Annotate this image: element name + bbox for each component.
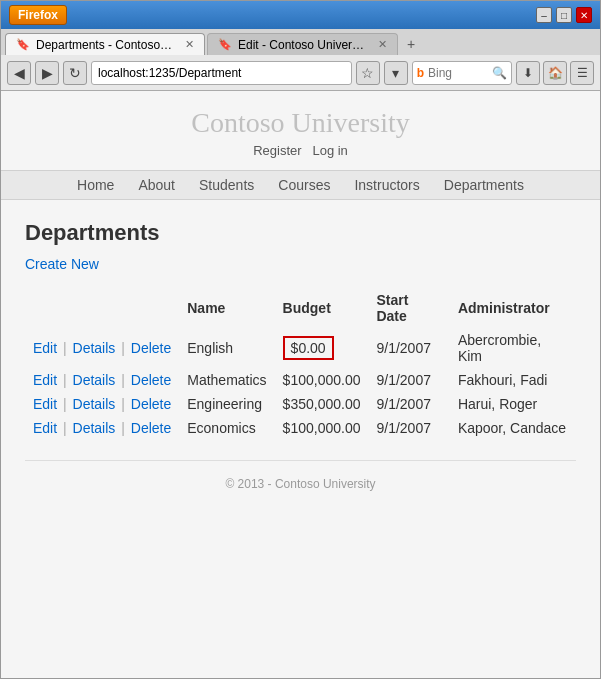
action-delete-0[interactable]: Delete [131,340,171,356]
table-row: Edit | Details | DeleteEnglish$0.009/1/2… [25,328,576,368]
action-edit-2[interactable]: Edit [33,396,57,412]
dept-administrator: Abercrombie, Kim [450,328,576,368]
separator: | [59,420,70,436]
departments-table: Name Budget Start Date Administrator Edi… [25,288,576,440]
separator: | [59,372,70,388]
tab-icon: 🔖 [16,38,30,51]
create-new-link[interactable]: Create New [25,256,99,272]
action-delete-1[interactable]: Delete [131,372,171,388]
dept-budget: $350,000.00 [275,392,369,416]
register-link[interactable]: Register [253,143,301,158]
bookmark-icon[interactable]: ☆ [356,61,380,85]
nav-instructors[interactable]: Instructors [342,177,431,193]
browser-window: Firefox – □ ✕ 🔖 Departments - Contoso Un… [0,0,601,679]
dept-start-date: 9/1/2007 [368,328,449,368]
col-admin: Administrator [450,288,576,328]
action-links: Edit | Details | Delete [25,368,179,392]
maximize-button[interactable]: □ [556,7,572,23]
dept-budget: $100,000.00 [275,368,369,392]
separator: | [117,420,128,436]
close-button[interactable]: ✕ [576,7,592,23]
dept-administrator: Harui, Roger [450,392,576,416]
nav-students[interactable]: Students [187,177,266,193]
tab-icon-2: 🔖 [218,38,232,51]
search-area[interactable]: b 🔍 [412,61,512,85]
login-link[interactable]: Log in [312,143,347,158]
dept-administrator: Fakhouri, Fadi [450,368,576,392]
tab-close-icon[interactable]: ✕ [185,38,194,51]
site-auth: Register Log in [1,143,600,158]
window-controls: – □ ✕ [536,7,592,23]
search-input[interactable] [428,66,488,80]
col-actions [25,288,179,328]
action-edit-0[interactable]: Edit [33,340,57,356]
footer: © 2013 - Contoso University [25,460,576,507]
new-tab-button[interactable]: + [400,33,422,55]
action-details-0[interactable]: Details [73,340,116,356]
tab-departments[interactable]: 🔖 Departments - Contoso University ✕ [5,33,205,55]
col-budget: Budget [275,288,369,328]
dept-administrator: Kapoor, Candace [450,416,576,440]
action-links: Edit | Details | Delete [25,392,179,416]
forward-button[interactable]: ▶ [35,61,59,85]
address-bar: ◀ ▶ ↻ localhost:1235/Department ☆ ▾ b 🔍 … [1,55,600,91]
table-row: Edit | Details | DeleteEconomics$100,000… [25,416,576,440]
home-icon[interactable]: 🏠 [543,61,567,85]
site-title: Contoso University [1,107,600,139]
page-heading: Departments [25,220,576,246]
download-icon[interactable]: ⬇ [516,61,540,85]
dept-start-date: 9/1/2007 [368,416,449,440]
separator: | [59,340,70,356]
back-button[interactable]: ◀ [7,61,31,85]
bookmark-down-icon[interactable]: ▾ [384,61,408,85]
separator: | [59,396,70,412]
action-links: Edit | Details | Delete [25,416,179,440]
browser-toolbar: ⬇ 🏠 ☰ [516,61,594,85]
separator: | [117,340,128,356]
tab-label: Departments - Contoso University [36,38,175,52]
dept-name: Economics [179,416,274,440]
minimize-button[interactable]: – [536,7,552,23]
url-bar[interactable]: localhost:1235/Department [91,61,352,85]
dept-name: English [179,328,274,368]
tab-edit[interactable]: 🔖 Edit - Contoso University ✕ [207,33,398,55]
action-delete-3[interactable]: Delete [131,420,171,436]
search-submit-icon[interactable]: 🔍 [492,66,507,80]
nav-departments[interactable]: Departments [432,177,536,193]
action-links: Edit | Details | Delete [25,328,179,368]
url-text: localhost:1235/Department [98,66,241,80]
table-row: Edit | Details | DeleteEngineering$350,0… [25,392,576,416]
action-details-1[interactable]: Details [73,372,116,388]
dept-name: Mathematics [179,368,274,392]
action-delete-2[interactable]: Delete [131,396,171,412]
nav-bar: Home About Students Courses Instructors … [1,170,600,200]
action-edit-3[interactable]: Edit [33,420,57,436]
action-details-2[interactable]: Details [73,396,116,412]
tab-close-icon-2[interactable]: ✕ [378,38,387,51]
nav-courses[interactable]: Courses [266,177,342,193]
action-details-3[interactable]: Details [73,420,116,436]
nav-about[interactable]: About [126,177,187,193]
title-bar: Firefox – □ ✕ [1,1,600,29]
action-edit-1[interactable]: Edit [33,372,57,388]
tab-label-2: Edit - Contoso University [238,38,368,52]
bing-icon: b [417,66,424,80]
main-content: Departments Create New Name Budget Start… [1,200,600,678]
nav-home[interactable]: Home [65,177,126,193]
site-header: Contoso University Register Log in [1,91,600,162]
separator: | [117,396,128,412]
page-content: Contoso University Register Log in Home … [1,91,600,678]
menu-icon[interactable]: ☰ [570,61,594,85]
dept-start-date: 9/1/2007 [368,368,449,392]
table-row: Edit | Details | DeleteMathematics$100,0… [25,368,576,392]
dept-budget: $0.00 [275,328,369,368]
separator: | [117,372,128,388]
dept-budget: $100,000.00 [275,416,369,440]
dept-name: Engineering [179,392,274,416]
tab-bar: 🔖 Departments - Contoso University ✕ 🔖 E… [1,29,600,55]
reload-button[interactable]: ↻ [63,61,87,85]
table-header-row: Name Budget Start Date Administrator [25,288,576,328]
firefox-button[interactable]: Firefox [9,5,67,25]
col-name: Name [179,288,274,328]
highlighted-budget: $0.00 [283,336,334,360]
